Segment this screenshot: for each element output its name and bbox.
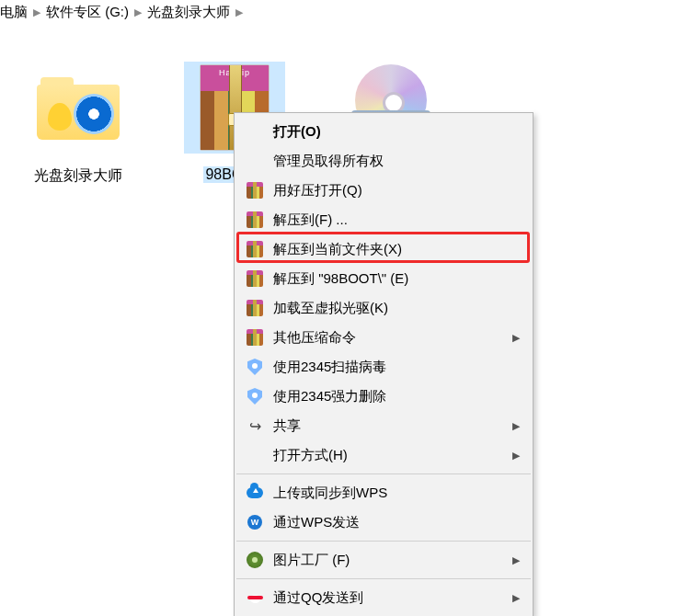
wps-icon: W xyxy=(244,513,266,531)
archive-icon xyxy=(244,328,266,347)
folder-icon xyxy=(28,62,129,154)
chevron-right-icon: ▶ xyxy=(512,592,520,604)
chevron-right-icon: ▶ xyxy=(235,6,243,18)
menu-open[interactable]: 打开(O) xyxy=(235,117,533,146)
menu-share[interactable]: ↪ 共享 ▶ xyxy=(235,411,533,440)
chevron-right-icon: ▶ xyxy=(134,6,142,18)
chevron-right-icon: ▶ xyxy=(33,6,40,18)
menu-force-delete-2345[interactable]: 使用2345强力删除 xyxy=(235,382,533,411)
breadcrumb[interactable]: 电脑 ▶ 软件专区 (G:) ▶ 光盘刻录大师 ▶ xyxy=(0,0,677,30)
breadcrumb-part[interactable]: 光盘刻录大师 xyxy=(147,4,230,21)
chevron-right-icon: ▶ xyxy=(512,450,520,462)
menu-extract-here[interactable]: 解压到当前文件夹(X) xyxy=(235,234,533,264)
menu-scan-2345[interactable]: 使用2345扫描病毒 xyxy=(235,352,533,382)
menu-open-with[interactable]: 打开方式(H) ▶ xyxy=(235,440,533,470)
chevron-right-icon: ▶ xyxy=(512,420,520,432)
menu-admin-own[interactable]: 管理员取得所有权 xyxy=(235,146,533,176)
menu-extract-to-named-folder[interactable]: 解压到 "98BOOT\" (E) xyxy=(235,264,533,293)
menu-separator xyxy=(236,473,531,474)
cloud-upload-icon xyxy=(244,484,266,502)
qq-icon xyxy=(244,588,266,607)
shield-icon xyxy=(244,387,266,405)
archive-icon xyxy=(244,240,266,258)
context-menu: 打开(O) 管理员取得所有权 用好压打开(Q) 解压到(F) ... 解压到当前… xyxy=(234,112,534,616)
breadcrumb-part[interactable]: 软件专区 (G:) xyxy=(46,4,129,21)
menu-other-compress[interactable]: 其他压缩命令 ▶ xyxy=(235,323,533,352)
menu-extract-to[interactable]: 解压到(F) ... xyxy=(235,205,533,234)
chevron-right-icon: ▶ xyxy=(512,332,520,344)
breadcrumb-part[interactable]: 电脑 xyxy=(0,4,28,21)
archive-icon xyxy=(244,269,266,288)
menu-upload-wps[interactable]: 上传或同步到WPS xyxy=(235,478,533,508)
menu-send-via-qq[interactable]: 通过QQ发送到 ▶ xyxy=(235,583,533,612)
file-label: 光盘刻录大师 xyxy=(32,166,124,186)
folder-item[interactable]: 光盘刻录大师 xyxy=(28,62,129,186)
archive-icon xyxy=(244,211,266,229)
menu-send-via-wps[interactable]: W 通过WPS发送 xyxy=(235,508,533,537)
menu-open-with-haozip[interactable]: 用好压打开(Q) xyxy=(235,176,533,205)
chevron-right-icon: ▶ xyxy=(512,554,520,566)
archive-icon xyxy=(244,181,266,200)
menu-pic-factory[interactable]: 图片工厂 (F) ▶ xyxy=(235,545,533,575)
archive-icon xyxy=(244,299,266,317)
menu-separator xyxy=(236,578,531,579)
shield-icon xyxy=(244,358,266,376)
gear-icon xyxy=(244,551,266,569)
menu-mount-virtual-drive[interactable]: 加载至虚拟光驱(K) xyxy=(235,293,533,323)
menu-separator xyxy=(236,541,531,542)
share-icon: ↪ xyxy=(244,416,266,435)
